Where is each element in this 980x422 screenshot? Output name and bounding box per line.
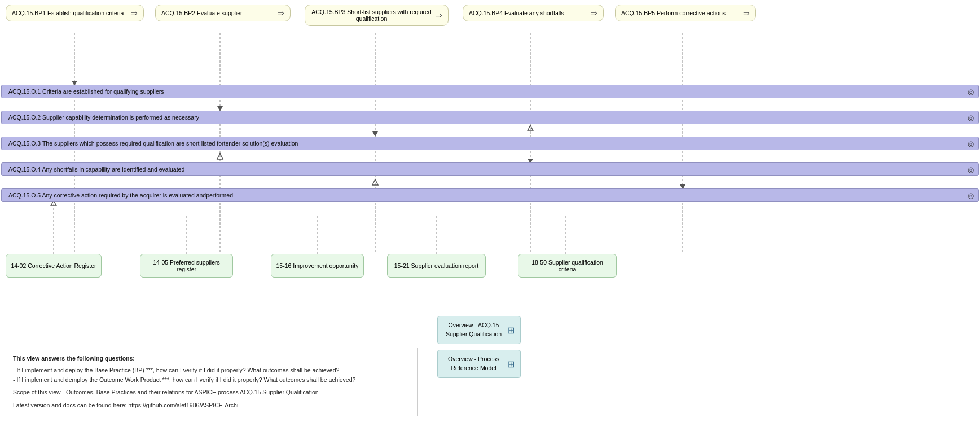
o3-icon: ◎ [968,139,974,148]
bp3-label: ACQ.15.BP3 Short-list suppliers with req… [311,8,432,22]
bp2-box[interactable]: ACQ.15.BP2 Evaluate supplier ⇒ [155,5,291,21]
info-line-0: - If I implement and deploy the Base Pra… [13,366,410,375]
bp3-arrow: ⇒ [436,11,442,20]
nav-prm-grid-icon: ⊞ [507,359,515,370]
bp4-label: ACQ.15.BP4 Evaluate any shortfalls [469,10,564,16]
wp5-box[interactable]: 18-50 Supplier qualification criteria [518,254,617,278]
svg-marker-7 [372,131,378,137]
wp3-label: 15-16 Improvement opportunity [276,262,359,269]
bp5-label: ACQ.15.BP5 Perform corrective actions [621,10,726,16]
wp4-label: 15-21 Supplier evaluation report [394,262,478,269]
o5-label: ACQ.15.O.5 Any corrective action require… [8,192,233,199]
bp4-box[interactable]: ACQ.15.BP4 Evaluate any shortfalls ⇒ [463,5,604,21]
bp5-box[interactable]: ACQ.15.BP5 Perform corrective actions ⇒ [615,5,756,21]
nav-prm-label: Overview - ProcessReference Model [443,355,504,373]
bp1-label: ACQ.15.BP1 Establish qualification crite… [12,10,124,16]
wp2-box[interactable]: 14-05 Preferred suppliers register [140,254,233,278]
wp3-box[interactable]: 15-16 Improvement opportunity [271,254,364,278]
info-line-3: Latest version and docs can be found her… [13,401,410,410]
nav-acq15-label: Overview - ACQ.15Supplier Qualification [443,321,504,339]
nav-prm-button[interactable]: Overview - ProcessReference Model ⊞ [437,350,521,378]
outcome-o5: ACQ.15.O.5 Any corrective action require… [1,188,979,202]
o2-label: ACQ.15.O.2 Supplier capability determina… [8,114,199,121]
svg-marker-8 [528,125,533,131]
bp3-box[interactable]: ACQ.15.BP3 Short-list suppliers with req… [305,5,449,26]
o2-icon: ◎ [968,113,974,122]
info-line-1: - If I implement and demploy the Outcome… [13,375,410,385]
o1-icon: ◎ [968,87,974,96]
bp4-arrow: ⇒ [591,8,597,17]
bp5-arrow: ⇒ [743,8,750,17]
info-title: This view answers the following question… [13,354,410,363]
bp2-label: ACQ.15.BP2 Evaluate supplier [161,10,243,16]
outcome-o3: ACQ.15.O.3 The suppliers which possess r… [1,137,979,150]
outcome-o4: ACQ.15.O.4 Any shortfalls in capability … [1,162,979,176]
svg-marker-11 [372,179,378,185]
info-panel: This view answers the following question… [6,348,418,416]
svg-marker-9 [217,153,223,159]
o4-label: ACQ.15.O.4 Any shortfalls in capability … [8,166,184,173]
wp4-box[interactable]: 15-21 Supplier evaluation report [387,254,486,278]
outcome-o1: ACQ.15.O.1 Criteria are established for … [1,85,979,98]
wp5-label: 18-50 Supplier qualification criteria [523,259,612,272]
o5-icon: ◎ [968,191,974,200]
o4-icon: ◎ [968,165,974,174]
bp2-arrow: ⇒ [278,8,284,17]
bp1-arrow: ⇒ [131,8,138,17]
bp1-box[interactable]: ACQ.15.BP1 Establish qualification crite… [6,5,144,21]
nav-acq15-button[interactable]: Overview - ACQ.15Supplier Qualification … [437,316,521,344]
wp1-box[interactable]: 14-02 Corrective Action Register [6,254,102,278]
info-line-2: Scope of this view - Outcomes, Base Prac… [13,388,410,397]
wp2-label: 14-05 Preferred suppliers register [145,259,228,272]
o1-label: ACQ.15.O.1 Criteria are established for … [8,88,164,95]
nav-acq15-grid-icon: ⊞ [507,325,515,336]
o3-label: ACQ.15.O.3 The suppliers which possess r… [8,140,298,147]
wp1-label: 14-02 Corrective Action Register [11,262,96,269]
outcome-o2: ACQ.15.O.2 Supplier capability determina… [1,111,979,124]
main-canvas: ACQ.15.BP1 Establish qualification crite… [0,0,980,422]
